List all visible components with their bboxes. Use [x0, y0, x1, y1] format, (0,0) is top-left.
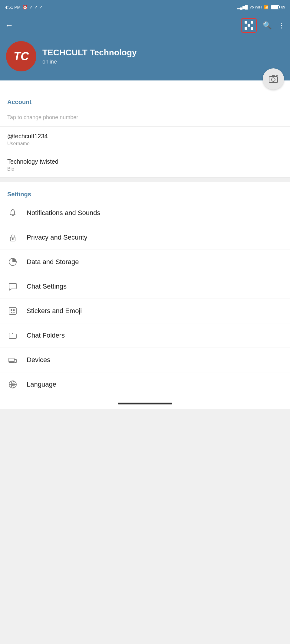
check-icons: ✓ ✓ ✓ — [29, 5, 43, 10]
username-item[interactable]: @techcult1234 Username — [0, 127, 290, 152]
battery-text: 89 — [281, 5, 285, 9]
settings-item-stickers[interactable]: Stickers and Emoji — [0, 299, 290, 323]
svg-point-1 — [272, 78, 275, 81]
settings-item-folders[interactable]: Chat Folders — [0, 323, 290, 348]
profile-header: TC TECHCULT Technology online — [0, 36, 290, 80]
settings-section: Settings Notifications and Sounds — [0, 182, 290, 397]
signal-icon: ▂▄▆█ — [237, 5, 248, 9]
svg-rect-14 — [14, 360, 17, 362]
svg-rect-10 — [9, 307, 16, 315]
svg-point-11 — [11, 309, 12, 311]
time: 4:51 PM — [5, 5, 21, 10]
phone-number-item[interactable]: Tap to change phone number — [0, 109, 290, 127]
settings-item-chat[interactable]: Chat Settings — [0, 274, 290, 299]
data-label: Data and Storage — [27, 258, 79, 266]
account-section-label: Account — [0, 93, 290, 109]
nav-left: ← — [5, 21, 13, 30]
vo-wifi-icon: Vo WiFi — [249, 5, 262, 9]
devices-icon — [7, 355, 18, 365]
home-bar — [118, 403, 172, 404]
bio-item[interactable]: Technology twisted Bio — [0, 152, 290, 178]
svg-point-6 — [12, 238, 13, 240]
settings-section-label: Settings — [0, 185, 290, 201]
sticker-icon — [7, 306, 18, 316]
add-photo-button[interactable] — [263, 68, 284, 90]
profile-status: online — [42, 59, 137, 65]
avatar: TC — [6, 41, 36, 71]
privacy-label: Privacy and Security — [27, 234, 87, 241]
settings-item-devices[interactable]: Devices — [0, 348, 290, 372]
search-button[interactable]: 🔍 — [263, 21, 272, 30]
folders-label: Chat Folders — [27, 332, 65, 339]
lock-icon — [7, 232, 18, 243]
qr-icon — [245, 21, 253, 30]
notifications-label: Notifications and Sounds — [27, 209, 100, 217]
home-indicator — [0, 397, 290, 409]
settings-item-notifications[interactable]: Notifications and Sounds — [0, 201, 290, 225]
globe-icon — [7, 379, 18, 390]
phone-hint: Tap to change phone number — [7, 114, 283, 121]
settings-item-language[interactable]: Language — [0, 372, 290, 397]
pie-chart-icon — [7, 257, 18, 267]
avatar-initials: TC — [14, 50, 29, 63]
profile-name: TECHCULT Technology — [42, 47, 137, 58]
bell-icon — [7, 208, 18, 218]
folder-icon — [7, 330, 18, 341]
back-button[interactable]: ← — [5, 21, 13, 30]
language-label: Language — [27, 381, 56, 388]
nav-bar: ← 🔍 ⋮ — [0, 15, 290, 36]
status-left: 4:51 PM ⏰ ✓ ✓ ✓ — [5, 5, 43, 10]
svg-point-12 — [13, 309, 15, 311]
bio-value: Technology twisted — [7, 158, 283, 165]
chat-label: Chat Settings — [27, 283, 67, 290]
wifi-icon: 📶 — [264, 5, 269, 9]
username-label: Username — [7, 141, 283, 146]
chat-icon — [7, 281, 18, 292]
devices-label: Devices — [27, 356, 50, 364]
content: Account Tap to change phone number @tech… — [0, 80, 290, 397]
status-bar: 4:51 PM ⏰ ✓ ✓ ✓ ▂▄▆█ Vo WiFi 📶 89 — [0, 0, 290, 15]
svg-rect-5 — [10, 237, 15, 241]
username-value: @techcult1234 — [7, 132, 283, 140]
qr-button[interactable] — [241, 18, 257, 33]
add-photo-icon — [268, 74, 279, 84]
settings-item-privacy[interactable]: Privacy and Security — [0, 225, 290, 250]
status-right: ▂▄▆█ Vo WiFi 📶 89 — [237, 5, 285, 9]
svg-rect-13 — [9, 358, 14, 362]
nav-right: 🔍 ⋮ — [241, 18, 285, 33]
battery-indicator — [271, 5, 279, 9]
settings-item-data[interactable]: Data and Storage — [0, 250, 290, 274]
stickers-label: Stickers and Emoji — [27, 307, 82, 315]
profile-info: TECHCULT Technology online — [42, 47, 137, 65]
section-divider — [0, 178, 290, 182]
alarm-icon: ⏰ — [22, 5, 28, 10]
bio-label: Bio — [7, 166, 283, 172]
more-button[interactable]: ⋮ — [278, 21, 285, 30]
